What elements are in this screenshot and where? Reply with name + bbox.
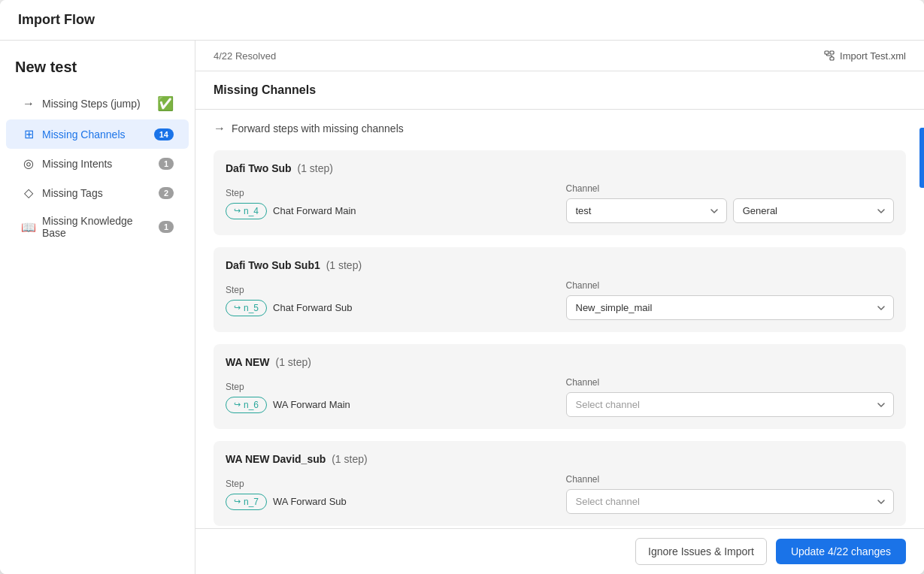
badge-arrow-icon: ↪	[234, 206, 241, 216]
step-info: ↪ n_4 Chat Forward Main	[226, 203, 554, 219]
modal-footer: Ignore Issues & Import Update 4/22 chang…	[195, 528, 924, 574]
sidebar-item-label: Missing Tags	[42, 187, 153, 199]
step-row: Step ↪ n_6 WA Forward Main Channel	[226, 377, 894, 417]
sidebar-item-label: Missing Channels	[42, 128, 148, 140]
svg-rect-1	[830, 51, 834, 54]
main-content: 4/22 Resolved Import Test.xml Missing Ch…	[195, 41, 924, 574]
badge-id: n_7	[244, 497, 259, 507]
flow-icon	[823, 50, 835, 62]
section-title: Missing Channels	[195, 71, 924, 110]
badge-arrow-icon: ↪	[234, 497, 241, 506]
step-info: ↪ n_5 Chat Forward Sub	[226, 300, 554, 316]
group-dafi-two-sub: Dafi Two Sub (1 step) Step ↪ n_4 Chat	[214, 150, 906, 235]
badge-arrow-icon: ↪	[234, 400, 241, 409]
step-info: ↪ n_6 WA Forward Main	[226, 397, 554, 413]
modal-header: Import Flow	[0, 0, 924, 41]
update-changes-button[interactable]: Update 4/22 changes	[776, 539, 906, 564]
step-name: WA Forward Sub	[273, 496, 347, 507]
sidebar-item-missing-intents[interactable]: ◎ Missing Intents 1	[6, 149, 189, 178]
resolved-text: 4/22 Resolved	[214, 50, 276, 62]
sidebar-item-label: Missing Knowledge Base	[42, 215, 153, 239]
group-wa-new-david-sub: WA NEW David_sub (1 step) Step ↪ n_7 W	[214, 441, 906, 526]
badge-id: n_5	[244, 303, 259, 313]
channel-select-1[interactable]: test	[566, 198, 727, 223]
missing-channels-badge: 14	[154, 128, 174, 140]
content-header: 4/22 Resolved Import Test.xml	[195, 41, 924, 71]
right-accent-bar	[919, 128, 924, 188]
step-badge-n4: ↪ n_4	[226, 203, 267, 219]
sidebar-item-missing-kb[interactable]: 📖 Missing Knowledge Base 1	[6, 207, 189, 246]
step-row: Step ↪ n_7 WA Forward Sub Channel	[226, 474, 894, 514]
channel-select-wa-new[interactable]: Select channel	[566, 392, 895, 417]
step-info: ↪ n_7 WA Forward Sub	[226, 494, 554, 510]
channel-select-mail[interactable]: New_simple_mail	[566, 295, 895, 320]
step-col: Step ↪ n_7 WA Forward Sub	[226, 479, 554, 510]
modal-title: Import Flow	[18, 12, 906, 28]
group-wa-new: WA NEW (1 step) Step ↪ n_6 WA Forward	[214, 344, 906, 429]
step-name: Chat Forward Sub	[273, 302, 353, 313]
globe-icon: ◎	[21, 156, 36, 171]
sidebar-item-missing-steps[interactable]: → Missing Steps (jump) ✅	[6, 88, 189, 119]
import-link[interactable]: Import Test.xml	[823, 50, 906, 62]
step-badge-n7: ↪ n_7	[226, 494, 267, 510]
step-row: Step ↪ n_4 Chat Forward Main Channel	[226, 183, 894, 223]
channel-col-label: Channel	[566, 183, 895, 194]
ignore-issues-button[interactable]: Ignore Issues & Import	[635, 538, 767, 565]
step-col-label: Step	[226, 382, 554, 392]
sidebar: New test → Missing Steps (jump) ✅ ⊞ Miss…	[0, 41, 195, 574]
channel-select-group: New_simple_mail	[566, 295, 895, 320]
sidebar-item-missing-channels[interactable]: ⊞ Missing Channels 14	[6, 119, 189, 149]
badge-id: n_6	[244, 400, 259, 410]
channel-select-group: Select channel	[566, 392, 895, 417]
import-link-text: Import Test.xml	[840, 50, 906, 62]
step-col-label: Step	[226, 479, 554, 489]
channel-col-label: Channel	[566, 474, 895, 485]
channel-select-david-sub[interactable]: Select channel	[566, 489, 895, 514]
step-col: Step ↪ n_4 Chat Forward Main	[226, 188, 554, 219]
svg-rect-2	[830, 57, 834, 60]
channel-col-label: Channel	[566, 280, 895, 291]
channel-select-group: test General	[566, 198, 895, 223]
group-dafi-two-sub-sub1: Dafi Two Sub Sub1 (1 step) Step ↪ n_5	[214, 247, 906, 332]
tag-icon: ◇	[21, 186, 36, 200]
scrollable-area: → Forward steps with missing channels Da…	[195, 110, 924, 528]
step-badge-n5: ↪ n_5	[226, 300, 267, 316]
step-name: Chat Forward Main	[273, 205, 356, 216]
missing-tags-badge: 2	[159, 187, 174, 199]
group-title: WA NEW David_sub (1 step)	[226, 453, 894, 465]
badge-arrow-icon: ↪	[234, 303, 241, 313]
group-title: WA NEW (1 step)	[226, 356, 894, 368]
forward-arrow-icon: →	[214, 122, 226, 135]
forward-notice-text: Forward steps with missing channels	[232, 122, 404, 134]
channel-col-label: Channel	[566, 377, 895, 388]
svg-rect-0	[825, 51, 829, 54]
arrow-icon: →	[21, 97, 36, 110]
group-title: Dafi Two Sub Sub1 (1 step)	[226, 259, 894, 271]
missing-kb-badge: 1	[159, 221, 174, 233]
step-col: Step ↪ n_6 WA Forward Main	[226, 382, 554, 413]
channel-col: Channel test General	[566, 183, 895, 223]
channel-select-group: Select channel	[566, 489, 895, 514]
modal-container: Import Flow New test → Missing Steps (ju…	[0, 0, 924, 574]
badge-id: n_4	[244, 206, 259, 216]
step-name: WA Forward Main	[273, 399, 350, 410]
book-icon: 📖	[21, 220, 36, 234]
sidebar-flow-name: New test	[0, 53, 195, 88]
step-col: Step ↪ n_5 Chat Forward Sub	[226, 285, 554, 316]
channel-col: Channel New_simple_mail	[566, 280, 895, 320]
group-title: Dafi Two Sub (1 step)	[226, 162, 894, 174]
sidebar-item-label: Missing Steps (jump)	[42, 98, 151, 110]
sidebar-item-missing-tags[interactable]: ◇ Missing Tags 2	[6, 178, 189, 207]
forward-notice: → Forward steps with missing channels	[214, 122, 906, 135]
step-col-label: Step	[226, 188, 554, 198]
channel-col: Channel Select channel	[566, 377, 895, 417]
missing-intents-badge: 1	[159, 158, 174, 170]
channel-col: Channel Select channel	[566, 474, 895, 514]
modal-body: New test → Missing Steps (jump) ✅ ⊞ Miss…	[0, 41, 924, 574]
grid-icon: ⊞	[21, 127, 36, 141]
step-col-label: Step	[226, 285, 554, 295]
check-icon: ✅	[157, 95, 174, 112]
step-row: Step ↪ n_5 Chat Forward Sub Channel	[226, 280, 894, 320]
channel-select-2[interactable]: General	[733, 198, 894, 223]
sidebar-item-label: Missing Intents	[42, 158, 153, 170]
